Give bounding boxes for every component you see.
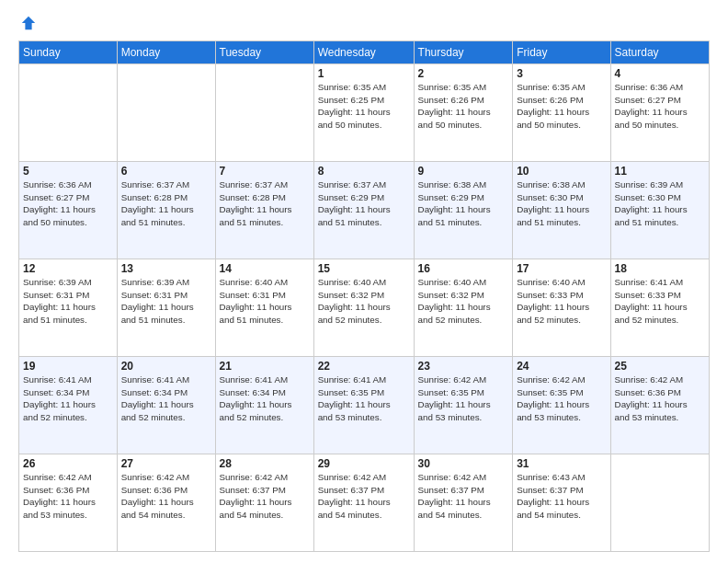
day-number: 8 [318,165,410,178]
logo [18,15,37,31]
day-number: 25 [615,360,705,373]
day-info: Sunrise: 6:38 AM Sunset: 6:30 PM Dayligh… [517,178,606,229]
day-number: 12 [23,262,113,275]
day-info: Sunrise: 6:39 AM Sunset: 6:31 PM Dayligh… [121,276,211,327]
day-info: Sunrise: 6:40 AM Sunset: 6:31 PM Dayligh… [220,276,310,327]
day-cell-5: 5Sunrise: 6:36 AM Sunset: 6:27 PM Daylig… [19,162,118,259]
day-cell-7: 7Sunrise: 6:37 AM Sunset: 6:28 PM Daylig… [215,162,313,259]
week-row-4: 19Sunrise: 6:41 AM Sunset: 6:34 PM Dayli… [19,357,710,454]
day-cell-9: 9Sunrise: 6:38 AM Sunset: 6:29 PM Daylig… [414,162,513,259]
week-row-2: 5Sunrise: 6:36 AM Sunset: 6:27 PM Daylig… [19,162,710,259]
day-info: Sunrise: 6:41 AM Sunset: 6:34 PM Dayligh… [23,373,113,424]
day-cell-10: 10Sunrise: 6:38 AM Sunset: 6:30 PM Dayli… [513,162,610,259]
week-row-5: 26Sunrise: 6:42 AM Sunset: 6:36 PM Dayli… [19,454,710,552]
day-cell-2: 2Sunrise: 6:35 AM Sunset: 6:26 PM Daylig… [414,64,513,162]
day-number: 16 [418,262,509,275]
day-info: Sunrise: 6:42 AM Sunset: 6:36 PM Dayligh… [615,373,705,424]
day-cell-24: 24Sunrise: 6:42 AM Sunset: 6:35 PM Dayli… [513,357,610,454]
day-info: Sunrise: 6:35 AM Sunset: 6:26 PM Dayligh… [418,81,509,132]
empty-cell [117,64,215,162]
day-info: Sunrise: 6:40 AM Sunset: 6:32 PM Dayligh… [318,276,410,327]
day-info: Sunrise: 6:41 AM Sunset: 6:34 PM Dayligh… [121,373,211,424]
day-info: Sunrise: 6:38 AM Sunset: 6:29 PM Dayligh… [418,178,509,229]
logo-icon [20,15,37,31]
day-number: 22 [318,360,410,373]
weekday-header-saturday: Saturday [610,41,709,64]
day-number: 2 [418,67,509,80]
week-row-3: 12Sunrise: 6:39 AM Sunset: 6:31 PM Dayli… [19,259,710,357]
day-info: Sunrise: 6:35 AM Sunset: 6:25 PM Dayligh… [318,81,410,132]
day-info: Sunrise: 6:42 AM Sunset: 6:37 PM Dayligh… [418,471,509,522]
day-info: Sunrise: 6:43 AM Sunset: 6:37 PM Dayligh… [517,471,606,522]
day-cell-19: 19Sunrise: 6:41 AM Sunset: 6:34 PM Dayli… [19,357,118,454]
day-info: Sunrise: 6:40 AM Sunset: 6:32 PM Dayligh… [418,276,509,327]
day-number: 3 [517,67,606,80]
day-info: Sunrise: 6:42 AM Sunset: 6:35 PM Dayligh… [418,373,509,424]
day-cell-8: 8Sunrise: 6:37 AM Sunset: 6:29 PM Daylig… [313,162,414,259]
day-info: Sunrise: 6:39 AM Sunset: 6:30 PM Dayligh… [615,178,705,229]
day-cell-3: 3Sunrise: 6:35 AM Sunset: 6:26 PM Daylig… [513,64,610,162]
day-number: 4 [615,67,705,80]
day-number: 17 [517,262,606,275]
header [18,15,710,31]
calendar-table: SundayMondayTuesdayWednesdayThursdayFrid… [18,40,710,552]
day-number: 5 [23,165,113,178]
day-cell-27: 27Sunrise: 6:42 AM Sunset: 6:36 PM Dayli… [117,454,215,552]
weekday-header-thursday: Thursday [414,41,513,64]
day-number: 24 [517,360,606,373]
day-number: 20 [121,360,211,373]
day-info: Sunrise: 6:37 AM Sunset: 6:28 PM Dayligh… [121,178,211,229]
day-cell-16: 16Sunrise: 6:40 AM Sunset: 6:32 PM Dayli… [414,259,513,357]
day-info: Sunrise: 6:39 AM Sunset: 6:31 PM Dayligh… [23,276,113,327]
day-number: 29 [318,457,410,470]
day-info: Sunrise: 6:35 AM Sunset: 6:26 PM Dayligh… [517,81,606,132]
day-info: Sunrise: 6:42 AM Sunset: 6:37 PM Dayligh… [318,471,410,522]
day-cell-18: 18Sunrise: 6:41 AM Sunset: 6:33 PM Dayli… [610,259,709,357]
day-info: Sunrise: 6:41 AM Sunset: 6:33 PM Dayligh… [615,276,705,327]
day-cell-4: 4Sunrise: 6:36 AM Sunset: 6:27 PM Daylig… [610,64,709,162]
day-number: 1 [318,67,410,80]
day-info: Sunrise: 6:37 AM Sunset: 6:28 PM Dayligh… [220,178,310,229]
day-info: Sunrise: 6:36 AM Sunset: 6:27 PM Dayligh… [615,81,705,132]
day-number: 10 [517,165,606,178]
day-cell-30: 30Sunrise: 6:42 AM Sunset: 6:37 PM Dayli… [414,454,513,552]
day-cell-6: 6Sunrise: 6:37 AM Sunset: 6:28 PM Daylig… [117,162,215,259]
weekday-header-sunday: Sunday [19,41,118,64]
day-number: 18 [615,262,705,275]
day-info: Sunrise: 6:42 AM Sunset: 6:36 PM Dayligh… [23,471,113,522]
day-number: 27 [121,457,211,470]
day-cell-21: 21Sunrise: 6:41 AM Sunset: 6:34 PM Dayli… [215,357,313,454]
day-info: Sunrise: 6:42 AM Sunset: 6:37 PM Dayligh… [220,471,310,522]
day-number: 9 [418,165,509,178]
day-number: 19 [23,360,113,373]
day-number: 26 [23,457,113,470]
day-number: 13 [121,262,211,275]
day-cell-25: 25Sunrise: 6:42 AM Sunset: 6:36 PM Dayli… [610,357,709,454]
day-number: 21 [220,360,310,373]
week-row-1: 1Sunrise: 6:35 AM Sunset: 6:25 PM Daylig… [19,64,710,162]
weekday-header-row: SundayMondayTuesdayWednesdayThursdayFrid… [19,41,710,64]
day-cell-31: 31Sunrise: 6:43 AM Sunset: 6:37 PM Dayli… [513,454,610,552]
day-number: 7 [220,165,310,178]
day-cell-13: 13Sunrise: 6:39 AM Sunset: 6:31 PM Dayli… [117,259,215,357]
day-cell-29: 29Sunrise: 6:42 AM Sunset: 6:37 PM Dayli… [313,454,414,552]
weekday-header-tuesday: Tuesday [215,41,313,64]
page: SundayMondayTuesdayWednesdayThursdayFrid… [0,0,728,563]
weekday-header-wednesday: Wednesday [313,41,414,64]
day-cell-28: 28Sunrise: 6:42 AM Sunset: 6:37 PM Dayli… [215,454,313,552]
day-info: Sunrise: 6:42 AM Sunset: 6:35 PM Dayligh… [517,373,606,424]
day-info: Sunrise: 6:41 AM Sunset: 6:35 PM Dayligh… [318,373,410,424]
day-cell-14: 14Sunrise: 6:40 AM Sunset: 6:31 PM Dayli… [215,259,313,357]
day-cell-26: 26Sunrise: 6:42 AM Sunset: 6:36 PM Dayli… [19,454,118,552]
svg-marker-0 [22,17,35,29]
weekday-header-friday: Friday [513,41,610,64]
empty-cell [19,64,118,162]
day-cell-17: 17Sunrise: 6:40 AM Sunset: 6:33 PM Dayli… [513,259,610,357]
day-number: 28 [220,457,310,470]
empty-cell [215,64,313,162]
day-info: Sunrise: 6:42 AM Sunset: 6:36 PM Dayligh… [121,471,211,522]
day-number: 15 [318,262,410,275]
day-cell-20: 20Sunrise: 6:41 AM Sunset: 6:34 PM Dayli… [117,357,215,454]
day-info: Sunrise: 6:37 AM Sunset: 6:29 PM Dayligh… [318,178,410,229]
day-info: Sunrise: 6:41 AM Sunset: 6:34 PM Dayligh… [220,373,310,424]
